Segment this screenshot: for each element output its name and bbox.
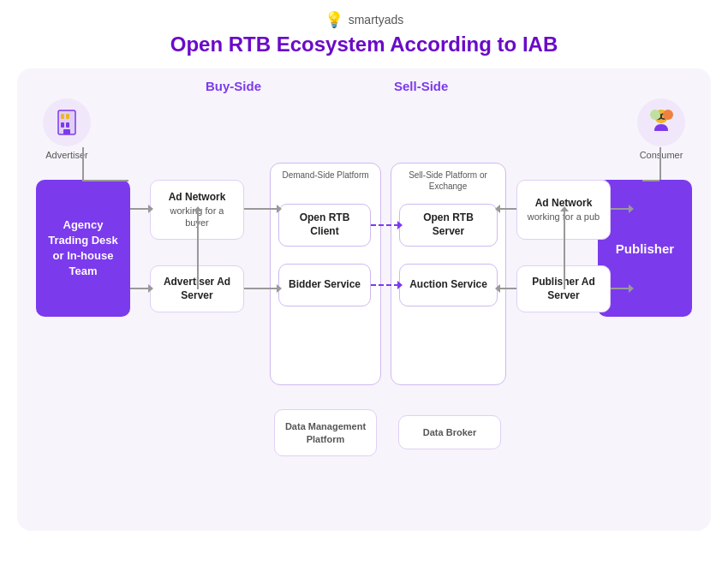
adnet-buyer-v-connector: [197, 210, 199, 289]
agency-trading-desk-box: Agency Trading Desk or In-house Team: [36, 180, 130, 317]
arrowhead-dashed-right: [397, 221, 403, 229]
arrowhead-right-6: [629, 284, 634, 293]
arrowhead-right-5: [629, 205, 634, 213]
arrowhead-right-3: [277, 205, 282, 213]
ssp-label: Sell-Side Platform or Exchange: [397, 170, 499, 192]
bidder-service-title: Bidder Service: [289, 278, 361, 292]
auction-service-box: Auction Service: [399, 264, 498, 306]
consumer-to-publisher-v: [659, 147, 661, 180]
logo-area: 💡 smartyads: [325, 10, 404, 29]
open-rtb-client-title: Open RTB Client: [286, 211, 363, 238]
data-broker-label: Data Broker: [423, 426, 476, 438]
diagram-container: Buy-Side Sell-Side Advertiser: [17, 68, 711, 531]
agency-trading-desk-label: Agency Trading Desk or In-house Team: [43, 217, 123, 280]
arrowhead-left-2: [495, 284, 500, 293]
arrowhead-left-1: [495, 205, 500, 213]
agency-to-adnet-arrow: [130, 208, 150, 210]
consumer-to-publisher-h: [642, 180, 659, 181]
publisher-box: Publisher: [598, 180, 692, 317]
arrowhead-dashed-right-2: [397, 281, 403, 289]
pubadserver-to-publisher-arrow: [611, 288, 630, 289]
agency-to-adserver-arrow: [130, 288, 150, 289]
arrowhead-up-1: [194, 206, 202, 211]
svg-rect-2: [66, 114, 69, 119]
data-broker-box: Data Broker: [398, 415, 501, 449]
adnet-to-dsp-arrow: [244, 208, 278, 210]
svg-point-10: [663, 110, 673, 120]
consumer-area: Consumer: [637, 98, 685, 160]
rtb-client-to-server-dashed: [371, 224, 399, 226]
arrowhead-right-4: [277, 284, 282, 293]
svg-point-11: [650, 110, 660, 120]
advertiser-icon: [43, 98, 91, 146]
open-rtb-client-box: Open RTB Client: [278, 204, 371, 247]
svg-rect-1: [61, 114, 64, 119]
svg-rect-4: [66, 122, 69, 128]
adnet-pub-v-connector: [564, 210, 565, 289]
buy-side-label: Buy-Side: [206, 79, 261, 93]
arrowhead-right-1: [148, 205, 153, 213]
arrowhead-right-2: [148, 284, 153, 293]
consumer-label: Consumer: [640, 150, 683, 160]
dmp-label: Data Management Platform: [275, 420, 376, 445]
adserver-to-bidder-arrow: [244, 288, 278, 289]
open-rtb-server-box: Open RTB Server: [399, 204, 498, 247]
advertiser-to-agency-h: [82, 180, 128, 181]
dsp-label: Demand-Side Platform: [281, 170, 370, 181]
arrowhead-up-2: [560, 206, 569, 211]
bidder-to-auction-dashed: [371, 284, 399, 286]
bidder-service-box: Bidder Service: [278, 264, 371, 306]
logo-text: smartyads: [349, 13, 404, 27]
page: 💡 smartyads Open RTB Ecosystem According…: [0, 0, 728, 565]
auction-service-title: Auction Service: [409, 278, 487, 292]
svg-rect-3: [61, 122, 64, 128]
svg-rect-5: [63, 129, 70, 134]
ad-network-buyer-title: Ad Network: [169, 191, 226, 205]
ssp-auction-to-pubadserver-arrow: [498, 288, 516, 289]
page-title: Open RTB Ecosystem According to IAB: [170, 33, 558, 56]
publisher-label: Publisher: [616, 241, 674, 256]
open-rtb-server-title: Open RTB Server: [407, 211, 490, 238]
consumer-icon: [637, 98, 685, 146]
advertiser-to-agency-v: [82, 147, 84, 180]
dmp-box: Data Management Platform: [274, 409, 377, 456]
adnet-pub-to-publisher-arrow: [611, 208, 630, 210]
ssp-to-adnet-pub-arrow: [498, 208, 516, 210]
logo-icon: 💡: [325, 10, 343, 29]
sell-side-label: Sell-Side: [394, 79, 448, 93]
